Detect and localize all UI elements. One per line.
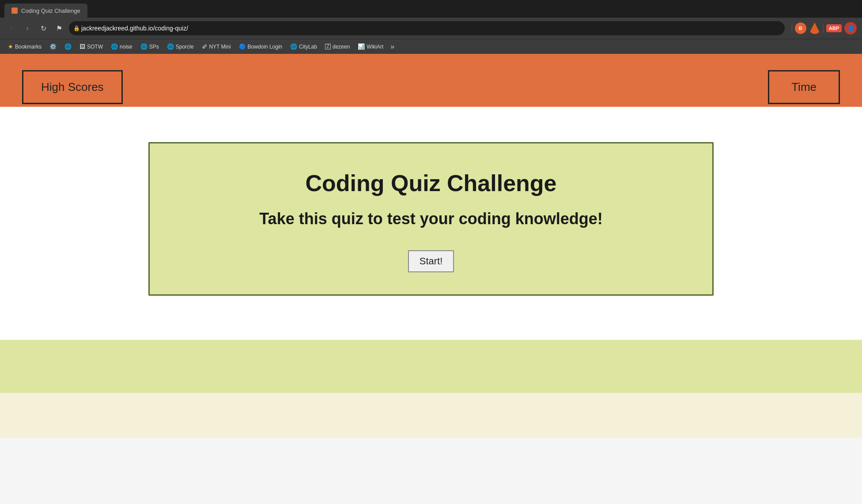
citylab-globe-icon: 🌐 (290, 43, 297, 50)
bowdoin-icon: 🔵 (239, 43, 246, 50)
wikiart-icon: 📊 (358, 43, 365, 50)
bookmark-sporcle[interactable]: 🌐 Sporcle (163, 41, 197, 52)
bowdoin-label: Bowdoin Login (248, 44, 283, 50)
address-input[interactable] (69, 21, 785, 35)
page-footer (0, 340, 862, 393)
nyt-icon: 🗞 (201, 43, 207, 50)
bookmarks-bar: ★ Bookmarks ⚙️ 🌐 🖼 SOTW 🌐 noise 🌐 SPs 🌐 … (0, 39, 862, 54)
citylab-label: CityLab (299, 44, 317, 50)
more-bookmarks-button[interactable]: » (388, 43, 397, 51)
settings-icon: ⚙️ (49, 43, 57, 50)
ext-divider-2 (823, 24, 824, 33)
browser-chrome: Coding Quiz Challenge ‹ › ↻ ⚑ 🔒 B ABP 👤 … (0, 0, 862, 54)
bookmark-button[interactable]: ⚑ (53, 22, 65, 34)
bookmark-wikiart[interactable]: 📊 WikiArt (354, 41, 387, 52)
wikiart-label: WikiArt (367, 44, 383, 50)
bookmark-nyt[interactable]: 🗞 NYT Mini (198, 41, 234, 52)
ext-divider (792, 24, 792, 33)
quiz-title: Coding Quiz Challenge (167, 170, 695, 196)
quiz-subtitle: Take this quiz to test your coding knowl… (167, 210, 695, 228)
reload-button[interactable]: ↻ (37, 22, 49, 34)
browser-extensions: B ABP 👤 (792, 22, 857, 34)
bookmark-noise[interactable]: 🌐 noise (107, 41, 136, 52)
bookmark-item-1[interactable]: 🌐 (61, 41, 75, 52)
sotw-label: SOTW (87, 44, 103, 50)
dezeen-icon: 🅉 (325, 43, 331, 50)
nyt-label: NYT Mini (209, 44, 231, 50)
bookmark-star[interactable]: ★ Bookmarks (4, 41, 45, 52)
globe-icon-1: 🌐 (64, 43, 72, 50)
bookmark-citylab[interactable]: 🌐 CityLab (287, 41, 321, 52)
sps-globe-icon: 🌐 (140, 43, 147, 50)
start-button[interactable]: Start! (408, 250, 454, 272)
noise-globe-icon: 🌐 (111, 43, 118, 50)
star-icon: ★ (8, 43, 13, 50)
sporcle-globe-icon: 🌐 (167, 43, 174, 50)
address-bar-wrapper: 🔒 (69, 21, 785, 35)
quiz-card: Coding Quiz Challenge Take this quiz to … (148, 142, 714, 296)
tab-favicon (11, 8, 18, 14)
lock-icon: 🔒 (73, 25, 80, 31)
sporcle-label: Sporcle (176, 44, 194, 50)
bookmark-bowdoin[interactable]: 🔵 Bowdoin Login (235, 41, 286, 52)
profile-button[interactable]: 👤 (844, 22, 857, 34)
bookmark-sotw[interactable]: 🖼 SOTW (76, 41, 106, 52)
brave-rewards-icon[interactable] (809, 23, 820, 34)
dezeen-label: dezeen (333, 44, 350, 50)
main-content: Coding Quiz Challenge Take this quiz to … (0, 107, 862, 340)
bookmark-item-0[interactable]: ⚙️ (46, 41, 60, 52)
tab-title: Coding Quiz Challenge (21, 8, 80, 14)
high-scores-button[interactable]: High Scores (22, 70, 123, 104)
tab-bar: Coding Quiz Challenge (0, 0, 862, 18)
browser-toolbar: ‹ › ↻ ⚑ 🔒 B ABP 👤 (0, 18, 862, 39)
bookmarks-label: Bookmarks (15, 44, 42, 50)
active-tab[interactable]: Coding Quiz Challenge (4, 4, 87, 18)
time-button[interactable]: Time (768, 70, 840, 104)
back-button[interactable]: ‹ (5, 22, 18, 34)
quiz-header: High Scores Time (0, 54, 862, 107)
noise-label: noise (120, 44, 132, 50)
brave-shield-icon[interactable]: B (795, 23, 806, 34)
page-content: High Scores Time Coding Quiz Challenge T… (0, 54, 862, 438)
bookmark-dezeen[interactable]: 🅉 dezeen (321, 41, 353, 52)
forward-button[interactable]: › (21, 22, 34, 34)
adblock-plus-icon[interactable]: ABP (826, 24, 842, 32)
sps-label: SPs (149, 44, 159, 50)
bookmark-sps[interactable]: 🌐 SPs (137, 41, 163, 52)
sotw-favicon: 🖼 (79, 43, 85, 50)
